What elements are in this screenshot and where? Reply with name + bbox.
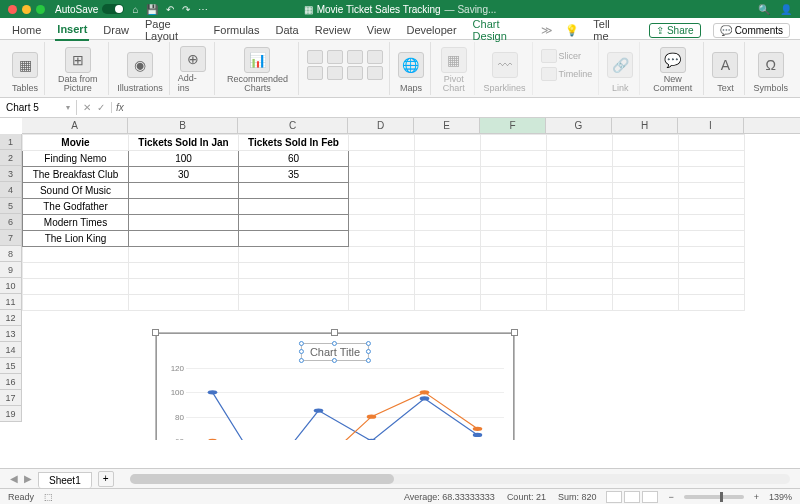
cell[interactable] — [349, 263, 415, 279]
cell[interactable] — [415, 199, 481, 215]
cell[interactable] — [349, 183, 415, 199]
cell[interactable] — [129, 279, 239, 295]
row-header[interactable]: 8 — [0, 246, 22, 262]
row-header[interactable]: 11 — [0, 294, 22, 310]
cell[interactable]: Finding Nemo — [23, 151, 129, 167]
cell[interactable] — [129, 215, 239, 231]
cell[interactable] — [481, 135, 547, 151]
row-header[interactable]: 17 — [0, 390, 22, 406]
cell[interactable] — [547, 295, 613, 311]
cell[interactable] — [239, 295, 349, 311]
cell[interactable] — [129, 247, 239, 263]
more-icon[interactable]: ⋯ — [198, 4, 208, 15]
row-header[interactable]: 6 — [0, 214, 22, 230]
chart-object[interactable]: Chart Title 120 100 80 60 40 20 0 — [155, 332, 515, 440]
cell[interactable] — [679, 151, 745, 167]
autosave-toggle[interactable]: AutoSave — [55, 4, 124, 15]
cell[interactable] — [613, 215, 679, 231]
cell[interactable] — [349, 215, 415, 231]
home-icon[interactable]: ⌂ — [132, 4, 138, 15]
tab-data[interactable]: Data — [273, 22, 300, 40]
row-header[interactable]: 4 — [0, 182, 22, 198]
zoom-in-button[interactable]: + — [754, 492, 759, 502]
maximize-window-button[interactable] — [36, 5, 45, 14]
cell[interactable] — [613, 199, 679, 215]
cell[interactable]: The Breakfast Club — [23, 167, 129, 183]
tab-formulas[interactable]: Formulas — [212, 22, 262, 40]
next-sheet-icon[interactable]: ▶ — [24, 473, 32, 484]
tab-view[interactable]: View — [365, 22, 393, 40]
addins-icon[interactable]: ⊕ — [180, 46, 206, 72]
cancel-icon[interactable]: ✕ — [83, 102, 91, 113]
user-icon[interactable]: 👤 — [780, 4, 792, 15]
toggle-switch[interactable] — [102, 4, 124, 14]
cell[interactable] — [481, 231, 547, 247]
tab-tell-me[interactable]: Tell me — [591, 16, 625, 46]
row-header[interactable]: 19 — [0, 406, 22, 422]
cell[interactable]: 30 — [129, 167, 239, 183]
cell[interactable] — [547, 135, 613, 151]
row-header[interactable]: 16 — [0, 374, 22, 390]
cell[interactable] — [547, 167, 613, 183]
cell[interactable] — [547, 183, 613, 199]
row-header[interactable]: 12 — [0, 310, 22, 326]
row-header[interactable]: 9 — [0, 262, 22, 278]
cell[interactable] — [349, 279, 415, 295]
col-header-i[interactable]: I — [678, 118, 744, 133]
cell[interactable] — [481, 247, 547, 263]
cell[interactable] — [23, 279, 129, 295]
cell[interactable] — [679, 295, 745, 311]
cell[interactable] — [129, 263, 239, 279]
cell[interactable] — [239, 279, 349, 295]
cell[interactable] — [679, 263, 745, 279]
chart-title[interactable]: Chart Title — [301, 343, 369, 361]
cell[interactable] — [23, 263, 129, 279]
cell[interactable] — [481, 215, 547, 231]
cell[interactable] — [239, 215, 349, 231]
cell[interactable] — [415, 231, 481, 247]
cell[interactable] — [415, 215, 481, 231]
cell[interactable] — [349, 167, 415, 183]
cell[interactable]: 100 — [129, 151, 239, 167]
cell[interactable]: 60 — [239, 151, 349, 167]
cell[interactable]: The Godfather — [23, 199, 129, 215]
cell[interactable] — [547, 247, 613, 263]
row-header[interactable]: 14 — [0, 342, 22, 358]
cell[interactable] — [679, 279, 745, 295]
cell[interactable] — [679, 167, 745, 183]
add-sheet-button[interactable]: + — [98, 471, 114, 487]
col-header-h[interactable]: H — [612, 118, 678, 133]
cell[interactable] — [547, 199, 613, 215]
cell[interactable] — [415, 151, 481, 167]
status-calculations[interactable]: Average: 68.33333333 Count: 21 Sum: 820 — [404, 492, 596, 502]
share-button[interactable]: ⇪Share — [649, 23, 701, 38]
col-header-e[interactable]: E — [414, 118, 480, 133]
undo-icon[interactable]: ↶ — [166, 4, 174, 15]
cell[interactable] — [415, 295, 481, 311]
cell[interactable] — [239, 263, 349, 279]
cell[interactable] — [239, 247, 349, 263]
data-from-picture-icon[interactable]: ⊞ — [65, 47, 91, 73]
cell[interactable] — [239, 231, 349, 247]
tab-insert[interactable]: Insert — [55, 21, 89, 41]
cell[interactable] — [613, 247, 679, 263]
cell[interactable] — [23, 295, 129, 311]
cell[interactable] — [547, 215, 613, 231]
statistic-chart-icon[interactable] — [327, 66, 343, 80]
new-comment-icon[interactable]: 💬 — [660, 47, 686, 73]
cell[interactable] — [613, 263, 679, 279]
illustrations-icon[interactable]: ◉ — [127, 52, 153, 78]
cell[interactable]: Sound Of Music — [23, 183, 129, 199]
cell[interactable]: Tickets Sold In Jan — [129, 135, 239, 151]
text-icon[interactable]: A — [712, 52, 738, 78]
tables-icon[interactable]: ▦ — [12, 52, 38, 78]
cell[interactable] — [481, 183, 547, 199]
cell[interactable] — [547, 231, 613, 247]
cell[interactable]: Movie — [23, 135, 129, 151]
combo-chart-icon[interactable] — [347, 66, 363, 80]
col-header-a[interactable]: A — [22, 118, 128, 133]
save-icon[interactable]: 💾 — [146, 4, 158, 15]
cell[interactable] — [679, 199, 745, 215]
cell[interactable] — [349, 295, 415, 311]
tab-developer[interactable]: Developer — [404, 22, 458, 40]
